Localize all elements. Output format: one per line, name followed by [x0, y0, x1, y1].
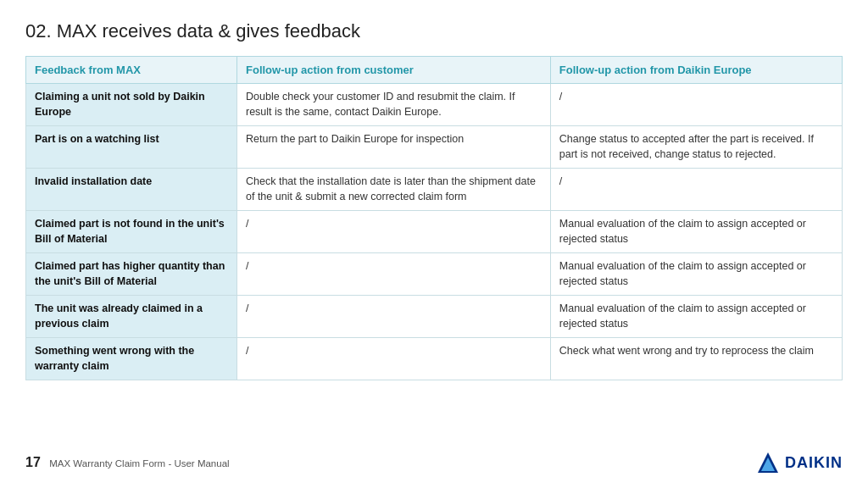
- col-header-daikin-action: Follow-up action from Daikin Europe: [550, 57, 842, 84]
- table-row: Claimed part has higher quantity than th…: [26, 253, 843, 296]
- table-cell-0-0: Claiming a unit not sold by Daikin Europ…: [26, 84, 237, 126]
- table-cell-6-0: Something went wrong with the warranty c…: [26, 338, 237, 380]
- table-cell-3-0: Claimed part is not found in the unit's …: [26, 211, 237, 253]
- table-cell-4-2: Manual evaluation of the claim to assign…: [550, 253, 842, 296]
- table-cell-1-1: Return the part to Daikin Europe for ins…: [237, 126, 551, 169]
- footer-info: 17 MAX Warranty Claim Form - User Manual: [25, 455, 230, 470]
- table-cell-5-2: Manual evaluation of the claim to assign…: [550, 296, 842, 338]
- table-cell-1-0: Part is on a watching list: [26, 126, 237, 169]
- page-container: 02. MAX receives data & gives feedback F…: [0, 0, 868, 488]
- table-cell-5-1: /: [237, 296, 551, 338]
- col-header-customer-action: Follow-up action from customer: [237, 57, 551, 84]
- table-row: Part is on a watching listReturn the par…: [26, 126, 843, 169]
- daikin-logo-icon: [756, 451, 780, 474]
- table-row: The unit was already claimed in a previo…: [26, 296, 843, 338]
- table-cell-4-1: /: [237, 253, 551, 296]
- table-cell-2-1: Check that the installation date is late…: [237, 169, 551, 211]
- table-cell-2-2: /: [550, 169, 842, 211]
- page-title: 02. MAX receives data & gives feedback: [25, 20, 843, 42]
- table-cell-0-2: /: [550, 84, 842, 126]
- table-cell-2-0: Invalid installation date: [26, 169, 237, 211]
- page-number: 17: [25, 455, 41, 469]
- footer: 17 MAX Warranty Claim Form - User Manual…: [25, 447, 843, 474]
- table-cell-0-1: Double check your customer ID and resubm…: [237, 84, 551, 126]
- feedback-table: Feedback from MAX Follow-up action from …: [25, 56, 843, 380]
- table-row: Claiming a unit not sold by Daikin Europ…: [26, 84, 843, 126]
- table-header-row: Feedback from MAX Follow-up action from …: [26, 57, 843, 84]
- col-header-feedback: Feedback from MAX: [26, 57, 237, 84]
- table-cell-5-0: The unit was already claimed in a previo…: [26, 296, 237, 338]
- document-title: MAX Warranty Claim Form - User Manual: [49, 458, 229, 469]
- table-cell-4-0: Claimed part has higher quantity than th…: [26, 253, 237, 296]
- table-cell-3-2: Manual evaluation of the claim to assign…: [550, 211, 842, 253]
- table-cell-6-1: /: [237, 338, 551, 380]
- table-cell-3-1: /: [237, 211, 551, 253]
- table-cell-1-2: Change status to accepted after the part…: [550, 126, 842, 169]
- daikin-logo: DAIKIN: [756, 451, 843, 474]
- table-wrapper: Feedback from MAX Follow-up action from …: [25, 56, 843, 439]
- daikin-logo-text: DAIKIN: [785, 454, 843, 472]
- table-row: Claimed part is not found in the unit's …: [26, 211, 843, 253]
- table-row: Something went wrong with the warranty c…: [26, 338, 843, 380]
- table-cell-6-2: Check what went wrong and try to reproce…: [550, 338, 842, 380]
- table-row: Invalid installation dateCheck that the …: [26, 169, 843, 211]
